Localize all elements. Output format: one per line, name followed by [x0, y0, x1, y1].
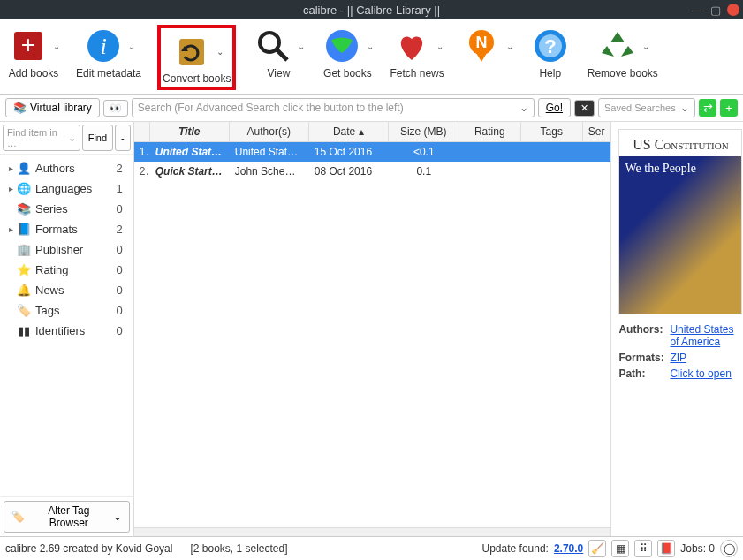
remove-books-button[interactable]: ⌄ Remove books [588, 25, 658, 90]
horizontal-scrollbar[interactable] [134, 527, 611, 536]
category-label: Identifiers [35, 324, 112, 337]
table-row[interactable]: 2Quick Start GuideJohn Schember08 Oct 20… [134, 162, 611, 181]
cell-title: Quick Start Guide [150, 162, 230, 181]
update-version-link[interactable]: 2.70.0 [554, 542, 583, 555]
book-cover[interactable]: US Constitution We the People [618, 129, 742, 314]
main-area: Find item in … ⌄ Find - ▸👤Authors2▸🌐Lang… [0, 122, 743, 536]
authors-link[interactable]: United States of America [670, 323, 733, 348]
category-count: 0 [112, 284, 128, 297]
svg-point-6 [260, 33, 279, 52]
toolbar-label: Add books [9, 67, 59, 79]
category-rating[interactable]: ⭐Rating0 [2, 260, 132, 280]
category-label: Authors [35, 162, 112, 175]
layout-button[interactable]: ▦ [611, 540, 629, 557]
find-item-input[interactable]: Find item in … ⌄ [3, 125, 80, 151]
go-button[interactable]: Go! [538, 98, 571, 117]
chevron-down-icon[interactable]: ⌄ [298, 42, 305, 51]
chevron-down-icon[interactable]: ⌄ [68, 132, 76, 144]
chevron-down-icon[interactable]: ⌄ [519, 102, 528, 114]
cell-size: 0.1 [389, 162, 459, 181]
cell-size: <0.1 [389, 142, 459, 162]
chevron-down-icon[interactable]: ⌄ [128, 42, 135, 51]
category-label: Languages [35, 182, 112, 195]
category-publisher[interactable]: 🏢Publisher0 [2, 239, 132, 260]
status-bar: calibre 2.69 created by Kovid Goyal [2 b… [0, 536, 743, 560]
cell-author: United State… [230, 142, 309, 162]
chevron-down-icon[interactable]: ⌄ [367, 42, 374, 51]
fetch-news-button[interactable]: ⌄ Fetch news [390, 25, 444, 90]
get-books-button[interactable]: ⌄ Get books [321, 25, 374, 90]
path-link[interactable]: Click to open [670, 367, 731, 380]
binoculars-icon: 👀 [110, 102, 122, 113]
virtual-library-button[interactable]: 📚 Virtual library [5, 98, 100, 117]
col-series[interactable]: Ser [583, 122, 611, 141]
tag-icon: 🏷️ [11, 511, 25, 523]
category-languages[interactable]: ▸🌐Languages1 [2, 178, 132, 199]
library-button[interactable]: 📕 [657, 540, 675, 557]
info-icon: i [82, 25, 125, 67]
col-tags[interactable]: Tags [521, 122, 583, 141]
category-identifiers[interactable]: ▮▮Identifiers0 [2, 321, 132, 341]
col-author[interactable]: Author(s) [230, 122, 309, 141]
chevron-down-icon[interactable]: ⌄ [53, 42, 60, 51]
maximize-icon[interactable]: ▢ [709, 4, 722, 16]
saved-searches-select[interactable]: Saved Searches ⌄ [598, 98, 695, 117]
category-formats[interactable]: ▸📘Formats2 [2, 219, 132, 239]
chevron-down-icon[interactable]: ⌄ [642, 42, 649, 51]
find-button[interactable]: Find [82, 125, 113, 151]
svg-marker-10 [476, 53, 487, 62]
expand-icon[interactable]: ▸ [5, 184, 16, 193]
col-title[interactable]: Title [150, 122, 230, 141]
category-series[interactable]: 📚Series0 [2, 199, 132, 219]
category-icon: 🏢 [16, 243, 32, 256]
minimize-icon[interactable]: — [692, 4, 704, 16]
close-icon[interactable] [727, 4, 739, 16]
main-toolbar: + ⌄ Add books i ⌄ Edit metadata ⌄ Conver… [0, 19, 743, 95]
cell-title: United States … [150, 142, 230, 162]
chevron-down-icon[interactable]: ⌄ [680, 102, 689, 114]
view-button[interactable]: ⌄ View [252, 25, 305, 90]
category-authors[interactable]: ▸👤Authors2 [2, 158, 132, 178]
help-button[interactable]: ? Help [529, 25, 572, 90]
category-tags[interactable]: 🏷️Tags0 [2, 300, 132, 321]
chevron-down-icon[interactable]: ⌄ [436, 42, 444, 51]
add-search-button[interactable]: + [720, 99, 738, 117]
category-icon: ⭐ [16, 263, 32, 276]
help-icon: ? [529, 25, 572, 67]
notification-button[interactable]: N ⌄ [460, 25, 513, 90]
category-icon: 👤 [16, 162, 32, 175]
chevron-down-icon[interactable]: ⌄ [216, 47, 224, 57]
expand-icon[interactable]: ▸ [5, 224, 16, 234]
category-count: 0 [112, 324, 128, 337]
category-news[interactable]: 🔔News0 [2, 280, 132, 300]
jobs-spinner-icon[interactable]: ◯ [720, 540, 738, 557]
expand-icon[interactable]: ▸ [5, 163, 16, 173]
chevron-down-icon[interactable]: ⌄ [506, 42, 513, 51]
book-list: Title Author(s) Date ▴ Size (MB) Rating … [134, 122, 611, 536]
svg-text:N: N [475, 34, 487, 51]
clear-search-button[interactable]: ✕ [574, 100, 595, 117]
edit-metadata-button[interactable]: i ⌄ Edit metadata [76, 25, 141, 90]
category-label: Series [35, 202, 112, 216]
add-books-button[interactable]: + ⌄ Add books [7, 25, 60, 90]
table-row[interactable]: 1United States …United State…15 Oct 2016… [134, 142, 611, 162]
toolbar-label: Remove books [588, 67, 658, 79]
col-rating[interactable]: Rating [459, 122, 521, 141]
toolbar-label: Edit metadata [76, 67, 141, 79]
col-size[interactable]: Size (MB) [389, 122, 459, 141]
grid-view-button[interactable]: ⠿ [634, 540, 652, 557]
convert-books-button[interactable]: ⌄ Convert books [157, 25, 236, 90]
collapse-button[interactable]: - [115, 125, 131, 151]
category-label: Tags [35, 304, 112, 317]
formats-link[interactable]: ZIP [670, 352, 686, 364]
category-count: 0 [112, 304, 128, 317]
advanced-search-button[interactable]: 👀 [103, 100, 128, 117]
search-input[interactable]: Search (For Advanced Search click the bu… [132, 98, 535, 117]
category-count: 2 [112, 223, 128, 236]
col-date[interactable]: Date ▴ [309, 122, 389, 141]
clear-button[interactable]: 🧹 [588, 540, 606, 557]
category-label: Formats [35, 223, 112, 236]
save-search-button[interactable]: ⇄ [699, 99, 716, 117]
svg-text:i: i [100, 34, 106, 59]
alter-tag-browser-button[interactable]: 🏷️ Alter Tag Browser ⌄ [4, 501, 130, 533]
